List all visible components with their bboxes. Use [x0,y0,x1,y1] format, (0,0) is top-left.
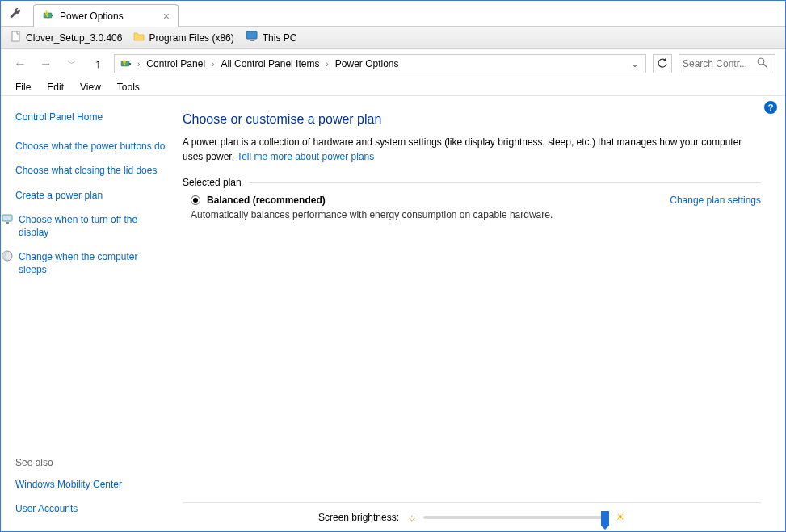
folder-icon [133,31,145,44]
breadcrumb-item[interactable]: All Control Panel Items [217,57,322,71]
tab-close-icon[interactable]: × [163,10,170,23]
change-plan-settings-link[interactable]: Change plan settings [670,195,761,206]
bookmark-clover[interactable]: Clover_Setup_3.0.406 [11,31,122,44]
bookmarks-bar: Clover_Setup_3.0.406 Program Files (x86)… [1,27,785,49]
sidebar-link-power-buttons[interactable]: Choose what the power buttons do [15,140,166,153]
wrench-icon[interactable] [9,7,22,23]
up-button[interactable]: ↑ [88,54,107,73]
plan-description: Automatically balances performance with … [183,209,761,220]
back-button[interactable]: ← [11,54,30,73]
search-input[interactable] [683,58,754,69]
power-icon [42,8,55,23]
search-icon[interactable] [757,57,767,70]
svg-rect-6 [12,31,19,41]
bookmark-program-files[interactable]: Program Files (x86) [133,31,233,44]
sidebar-link-turnoff-display[interactable]: Choose when to turn off the display [1,213,166,239]
bookmark-this-pc[interactable]: This PC [246,31,297,44]
see-also-heading: See also [15,457,166,468]
chevron-right-icon[interactable]: › [210,60,216,69]
breadcrumb-dropdown[interactable]: ⌄ [628,58,642,69]
moon-icon [1,250,14,276]
brightness-slider[interactable] [423,516,609,519]
sun-bright-icon: ☀ [616,511,625,523]
brightness-footer: Screen brightness: ☼ ☀ [183,502,761,531]
svg-rect-7 [246,31,257,39]
main-panel: Choose or customise a power plan A power… [174,96,785,531]
page-heading: Choose or customise a power plan [183,112,761,127]
control-panel-home-link[interactable]: Control Panel Home [15,111,166,124]
svg-rect-10 [129,63,131,65]
plan-balanced[interactable]: Balanced (recommended) [191,195,326,206]
sidebar: Control Panel Home Choose what the power… [1,96,174,531]
browser-tab[interactable]: Power Options × [33,4,179,27]
slider-thumb[interactable] [601,511,609,526]
menu-view[interactable]: View [74,80,107,94]
tab-title: Power Options [60,10,124,22]
forward-button[interactable]: → [36,54,56,73]
sidebar-link-closing-lid[interactable]: Choose what closing the lid does [15,164,166,177]
menu-file[interactable]: File [9,80,37,94]
svg-point-11 [758,58,764,65]
file-icon [11,31,22,44]
svg-rect-14 [6,222,9,224]
svg-rect-8 [250,40,254,41]
sidebar-link-computer-sleeps[interactable]: Change when the computer sleeps [1,250,166,276]
radio-selected-icon[interactable] [191,195,200,205]
menu-tools[interactable]: Tools [111,80,146,94]
chevron-right-icon[interactable]: › [136,60,141,69]
svg-rect-13 [2,215,12,221]
tab-bar: Power Options × [1,1,785,27]
breadcrumb-item[interactable]: Control Panel [143,57,208,71]
breadcrumb-item[interactable]: Power Options [332,57,402,71]
help-icon[interactable]: ? [764,101,777,114]
menu-bar: File Edit View Tools [1,78,785,96]
svg-line-12 [763,64,767,67]
svg-rect-5 [52,15,53,16]
chevron-right-icon[interactable]: › [324,60,330,69]
learn-more-link[interactable]: Tell me more about power plans [237,151,374,162]
breadcrumb[interactable]: › Control Panel › All Control Panel Item… [114,54,646,73]
sun-dim-icon: ☼ [407,511,417,523]
brightness-label: Screen brightness: [318,512,399,523]
display-icon [1,213,14,239]
selected-plan-section: Selected plan [183,177,761,188]
see-also-mobility-center[interactable]: Windows Mobility Center [15,478,166,491]
search-box[interactable] [679,54,775,73]
pc-icon [246,31,258,44]
see-also-user-accounts[interactable]: User Accounts [15,502,166,515]
menu-edit[interactable]: Edit [40,80,70,94]
sidebar-link-create-plan[interactable]: Create a power plan [15,189,166,202]
recent-dropdown[interactable]: ﹀ [62,54,82,73]
page-description: A power plan is a collection of hardware… [183,135,761,164]
address-bar-row: ← → ﹀ ↑ › Control Panel › All Control Pa… [1,49,785,78]
power-icon [120,57,132,72]
refresh-button[interactable] [653,54,672,73]
